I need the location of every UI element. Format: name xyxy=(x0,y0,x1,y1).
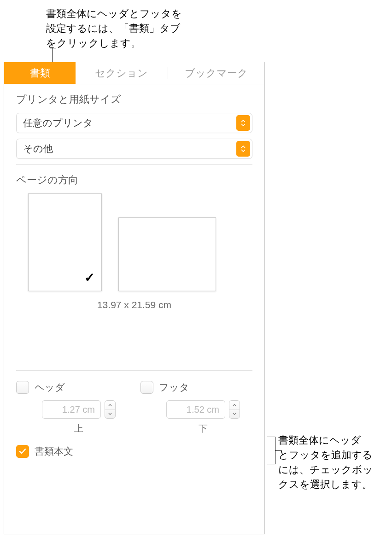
document-inspector-panel: 書類 セクション ブックマーク プリンタと用紙サイズ 任意のプリンタ その他 xyxy=(4,62,265,534)
header-margin-value: 1.27 cm xyxy=(62,404,95,415)
header-margin-caption: 上 xyxy=(74,422,83,435)
callout-top: 書類全体にヘッダとフッタを 設定するには、「書類」タブ をクリックします。 xyxy=(46,6,182,51)
printer-paper-title: プリンタと用紙サイズ xyxy=(16,93,252,106)
header-checkbox[interactable] xyxy=(16,381,29,394)
footer-checkbox[interactable] xyxy=(140,381,153,394)
popup-arrows-icon xyxy=(236,141,250,157)
chevron-up-icon xyxy=(108,404,112,406)
printer-popup-value: 任意のプリンタ xyxy=(23,117,93,129)
footer-margin-caption: 下 xyxy=(199,422,208,435)
orientation-section: ページの方向 xyxy=(4,165,264,187)
callout-right: 書類全体にヘッダ とフッタを追加する には、チェックボッ クスを選択します。 xyxy=(278,433,389,492)
footer-margin-down[interactable] xyxy=(229,410,240,419)
chevron-down-icon xyxy=(233,413,236,415)
header-margin-field[interactable]: 1.27 cm xyxy=(42,400,101,419)
header-margin-stepper-wrap: 1.27 cm 上 xyxy=(40,400,117,435)
footer-margin-stepper-buttons xyxy=(229,400,240,419)
tab-document[interactable]: 書類 xyxy=(4,62,76,84)
checkmark-icon xyxy=(19,448,26,455)
header-margin-stepper: 1.27 cm xyxy=(42,400,116,419)
callout-top-text: 書類全体にヘッダとフッタを 設定するには、「書類」タブ をクリックします。 xyxy=(46,8,182,49)
footer-margin-stepper: 1.52 cm xyxy=(166,400,240,419)
document-body-label: 書類本文 xyxy=(35,445,73,458)
tab-document-label: 書類 xyxy=(30,66,50,80)
footer-checkbox-row: フッタ xyxy=(140,381,251,394)
orientation-title: ページの方向 xyxy=(16,173,252,187)
header-checkbox-row: ヘッダ xyxy=(16,381,127,394)
orientation-portrait[interactable]: ✓ xyxy=(28,193,102,291)
header-margin-stepper-buttons xyxy=(105,400,116,419)
footer-column: フッタ 1.52 cm 下 xyxy=(140,381,251,435)
paper-size-popup[interactable]: その他 xyxy=(16,139,252,159)
printer-popup[interactable]: 任意のプリンタ xyxy=(16,113,252,133)
footer-margin-stepper-wrap: 1.52 cm 下 xyxy=(164,400,242,435)
callout-right-bracket xyxy=(267,437,275,464)
document-body-row: 書類本文 xyxy=(4,435,264,458)
orientation-landscape[interactable] xyxy=(118,217,216,291)
chevron-up-icon xyxy=(233,404,236,406)
header-column: ヘッダ 1.27 cm 上 xyxy=(16,381,127,435)
tab-section-label: セクション xyxy=(95,66,148,80)
footer-margin-field[interactable]: 1.52 cm xyxy=(166,400,225,419)
popup-arrows-icon xyxy=(236,115,250,131)
footer-margin-up[interactable] xyxy=(229,401,240,410)
tab-bookmark[interactable]: ブックマーク xyxy=(168,62,264,84)
printer-paper-section: プリンタと用紙サイズ 任意のプリンタ その他 xyxy=(4,84,264,159)
footer-margin-value: 1.52 cm xyxy=(187,404,219,415)
inspector-tabs: 書類 セクション ブックマーク xyxy=(4,62,264,84)
header-footer-row: ヘッダ 1.27 cm 上 xyxy=(4,371,264,435)
footer-label: フッタ xyxy=(159,381,189,394)
checkmark-icon: ✓ xyxy=(84,270,95,285)
callout-right-text: 書類全体にヘッダ とフッタを追加する には、チェックボッ クスを選択します。 xyxy=(278,434,373,490)
header-margin-up[interactable] xyxy=(105,401,115,410)
tab-bookmark-label: ブックマーク xyxy=(185,66,248,80)
header-label: ヘッダ xyxy=(35,381,65,394)
paper-size-popup-value: その他 xyxy=(23,142,53,155)
header-margin-down[interactable] xyxy=(105,410,115,419)
page-dimensions: 13.97 x 21.59 cm xyxy=(4,299,264,310)
orientation-options: ✓ xyxy=(4,193,264,291)
chevron-down-icon xyxy=(108,413,112,415)
document-body-checkbox[interactable] xyxy=(16,445,29,458)
tab-section[interactable]: セクション xyxy=(76,62,168,84)
